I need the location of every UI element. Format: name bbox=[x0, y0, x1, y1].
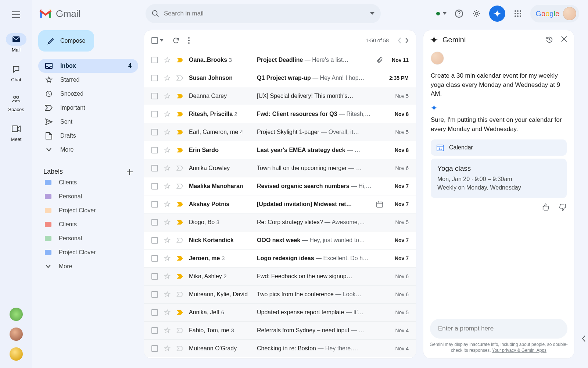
nav-item-inbox[interactable]: Inbox 4 bbox=[38, 59, 138, 73]
label-item[interactable]: Clients bbox=[38, 176, 138, 190]
gemini-button[interactable] bbox=[489, 6, 505, 22]
mail-row[interactable]: Oana..Brooks 3Project Deadline — Here's … bbox=[144, 51, 416, 69]
gemini-history-button[interactable] bbox=[545, 36, 553, 44]
brand[interactable]: Gmail bbox=[39, 8, 146, 20]
thumbs-up-button[interactable] bbox=[542, 203, 550, 211]
rail-item-spaces[interactable]: Spaces bbox=[6, 93, 26, 112]
search-options-icon[interactable] bbox=[370, 12, 375, 15]
mail-row[interactable]: Annika, Jeff 6Updated expense report tem… bbox=[144, 303, 416, 321]
row-checkbox[interactable] bbox=[151, 201, 158, 208]
row-checkbox[interactable] bbox=[151, 255, 158, 262]
next-page-button[interactable] bbox=[405, 38, 409, 43]
importance-marker[interactable] bbox=[176, 274, 184, 279]
star-toggle[interactable] bbox=[164, 237, 171, 244]
row-checkbox[interactable] bbox=[151, 345, 158, 352]
star-toggle[interactable] bbox=[164, 327, 171, 334]
status-indicator[interactable] bbox=[436, 12, 447, 15]
importance-marker[interactable] bbox=[176, 184, 184, 189]
row-checkbox[interactable] bbox=[151, 57, 158, 63]
row-checkbox[interactable] bbox=[151, 111, 158, 117]
settings-button[interactable] bbox=[472, 8, 482, 19]
importance-marker[interactable] bbox=[176, 310, 184, 315]
label-item[interactable]: Personal bbox=[38, 231, 138, 245]
mail-row[interactable]: Nick KortendickOOO next week — Hey, just… bbox=[144, 231, 416, 249]
importance-marker[interactable] bbox=[176, 166, 184, 171]
nav-item-more[interactable]: More bbox=[38, 143, 138, 157]
row-checkbox[interactable] bbox=[151, 327, 158, 334]
mail-row[interactable]: Akshay Potnis[Updated invitation] Midwes… bbox=[144, 195, 416, 213]
nav-item-drafts[interactable]: Drafts bbox=[38, 129, 138, 143]
star-toggle[interactable] bbox=[164, 165, 171, 171]
star-toggle[interactable] bbox=[164, 201, 171, 208]
row-checkbox[interactable] bbox=[151, 291, 158, 298]
search-bar[interactable] bbox=[146, 4, 381, 23]
apps-button[interactable] bbox=[513, 8, 523, 19]
mail-row[interactable]: Diogo, Bo 3Re: Corp strategy slides? — A… bbox=[144, 213, 416, 231]
compose-button[interactable]: Compose bbox=[38, 30, 94, 52]
star-toggle[interactable] bbox=[164, 345, 171, 352]
gemini-prompt-input[interactable] bbox=[430, 319, 567, 339]
row-checkbox[interactable] bbox=[151, 237, 158, 244]
label-item[interactable]: Project Clover bbox=[38, 245, 138, 259]
refresh-button[interactable] bbox=[172, 37, 180, 44]
rail-item-mail[interactable]: Mail bbox=[6, 33, 26, 53]
calendar-chip[interactable]: 31 Calendar bbox=[431, 139, 567, 156]
mail-row[interactable]: Ritesh, Priscilla 2Fwd: Client resources… bbox=[144, 105, 416, 123]
importance-marker[interactable] bbox=[176, 93, 184, 99]
nav-item-starred[interactable]: Starred bbox=[38, 73, 138, 87]
mail-row[interactable]: Susan JohnsonQ1 Project wrap-up — Hey An… bbox=[144, 69, 416, 87]
nav-item-snoozed[interactable]: Snoozed bbox=[38, 87, 138, 101]
row-checkbox[interactable] bbox=[151, 93, 158, 99]
add-label-button[interactable] bbox=[126, 169, 133, 175]
mail-rows[interactable]: Oana..Brooks 3Project Deadline — Here's … bbox=[144, 51, 416, 358]
label-item[interactable]: Clients bbox=[38, 217, 138, 231]
star-toggle[interactable] bbox=[164, 309, 171, 316]
star-toggle[interactable] bbox=[164, 291, 171, 298]
nav-item-sent[interactable]: Sent bbox=[38, 115, 138, 129]
gemini-privacy-link[interactable]: Your privacy & Gemini Apps bbox=[492, 348, 546, 353]
star-toggle[interactable] bbox=[164, 147, 171, 153]
labels-more[interactable]: More bbox=[38, 259, 138, 273]
importance-marker[interactable] bbox=[176, 292, 184, 297]
row-checkbox[interactable] bbox=[151, 273, 158, 280]
importance-marker[interactable] bbox=[176, 346, 184, 351]
star-toggle[interactable] bbox=[164, 129, 171, 135]
mail-row[interactable]: Fabio, Tom, me 3Referrals from Sydney – … bbox=[144, 321, 416, 339]
importance-marker[interactable] bbox=[176, 130, 184, 135]
importance-marker[interactable] bbox=[176, 220, 184, 225]
row-checkbox[interactable] bbox=[151, 75, 158, 81]
importance-marker[interactable] bbox=[176, 238, 184, 243]
more-actions-button[interactable] bbox=[188, 37, 190, 44]
gemini-prompt-field[interactable] bbox=[438, 325, 559, 332]
rail-item-chat[interactable]: Chat bbox=[6, 63, 26, 82]
gemini-close-button[interactable] bbox=[561, 36, 567, 44]
avatar[interactable] bbox=[10, 347, 23, 361]
star-toggle[interactable] bbox=[164, 75, 171, 81]
mail-row[interactable]: Erin SardoLast year's EMEA strategy deck… bbox=[144, 141, 416, 159]
star-toggle[interactable] bbox=[164, 57, 171, 63]
star-toggle[interactable] bbox=[164, 219, 171, 226]
avatar[interactable] bbox=[10, 328, 23, 341]
row-checkbox[interactable] bbox=[151, 309, 158, 316]
row-checkbox[interactable] bbox=[151, 219, 158, 226]
row-checkbox[interactable] bbox=[151, 147, 158, 153]
mail-row[interactable]: Maalika ManoharanRevised organic search … bbox=[144, 177, 416, 195]
star-toggle[interactable] bbox=[164, 255, 171, 262]
label-item[interactable]: Project Clover bbox=[38, 204, 138, 217]
mail-row[interactable]: Muireann O'GradyChecking in re: Boston —… bbox=[144, 339, 416, 357]
select-all[interactable] bbox=[151, 37, 164, 44]
account-switcher[interactable]: Google bbox=[530, 5, 579, 22]
star-toggle[interactable] bbox=[164, 93, 171, 99]
importance-marker[interactable] bbox=[176, 328, 184, 333]
mail-row[interactable]: Earl, Cameron, me 4Project Skylight 1-pa… bbox=[144, 123, 416, 141]
row-checkbox[interactable] bbox=[151, 165, 158, 171]
star-toggle[interactable] bbox=[164, 273, 171, 280]
mail-row[interactable]: Annika CrowleyTown hall on the upcoming … bbox=[144, 159, 416, 177]
mail-row[interactable]: Mika, Ashley 2Fwd: Feedback on the new s… bbox=[144, 267, 416, 285]
star-toggle[interactable] bbox=[164, 111, 171, 117]
help-button[interactable] bbox=[454, 8, 464, 19]
rail-item-meet[interactable]: Meet bbox=[6, 123, 26, 142]
avatar[interactable] bbox=[10, 308, 23, 321]
importance-marker[interactable] bbox=[176, 148, 184, 153]
main-menu-button[interactable] bbox=[7, 6, 25, 24]
